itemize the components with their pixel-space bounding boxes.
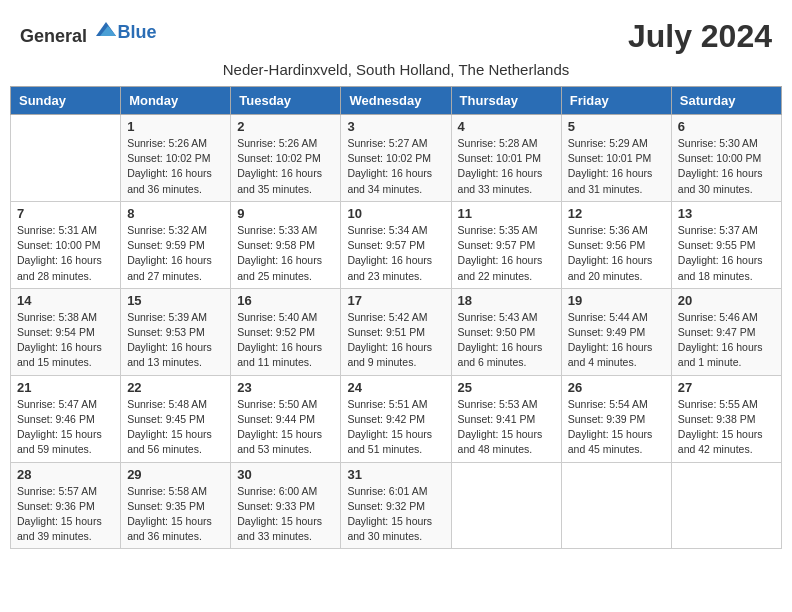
day-number: 15 xyxy=(127,293,224,308)
day-info: Sunrise: 5:37 AMSunset: 9:55 PMDaylight:… xyxy=(678,223,775,284)
day-number: 9 xyxy=(237,206,334,221)
logo-blue: Blue xyxy=(118,22,157,42)
day-number: 1 xyxy=(127,119,224,134)
day-info: Sunrise: 5:44 AMSunset: 9:49 PMDaylight:… xyxy=(568,310,665,371)
calendar-day-cell: 22Sunrise: 5:48 AMSunset: 9:45 PMDayligh… xyxy=(121,375,231,462)
day-number: 11 xyxy=(458,206,555,221)
day-info: Sunrise: 5:35 AMSunset: 9:57 PMDaylight:… xyxy=(458,223,555,284)
day-number: 26 xyxy=(568,380,665,395)
day-number: 23 xyxy=(237,380,334,395)
calendar-table: SundayMondayTuesdayWednesdayThursdayFrid… xyxy=(10,86,782,549)
day-info: Sunrise: 5:40 AMSunset: 9:52 PMDaylight:… xyxy=(237,310,334,371)
day-number: 19 xyxy=(568,293,665,308)
calendar-day-cell: 16Sunrise: 5:40 AMSunset: 9:52 PMDayligh… xyxy=(231,288,341,375)
day-number: 27 xyxy=(678,380,775,395)
calendar-day-cell: 21Sunrise: 5:47 AMSunset: 9:46 PMDayligh… xyxy=(11,375,121,462)
calendar-day-cell: 13Sunrise: 5:37 AMSunset: 9:55 PMDayligh… xyxy=(671,201,781,288)
calendar-day-cell: 31Sunrise: 6:01 AMSunset: 9:32 PMDayligh… xyxy=(341,462,451,549)
day-info: Sunrise: 5:53 AMSunset: 9:41 PMDaylight:… xyxy=(458,397,555,458)
day-number: 2 xyxy=(237,119,334,134)
calendar-day-cell xyxy=(11,115,121,202)
day-of-week-header: Sunday xyxy=(11,87,121,115)
logo-general: General xyxy=(20,26,87,46)
day-info: Sunrise: 5:46 AMSunset: 9:47 PMDaylight:… xyxy=(678,310,775,371)
page-header: General Blue July 2024 xyxy=(10,10,782,59)
day-info: Sunrise: 5:26 AMSunset: 10:02 PMDaylight… xyxy=(127,136,224,197)
calendar-day-cell xyxy=(561,462,671,549)
calendar-day-cell: 12Sunrise: 5:36 AMSunset: 9:56 PMDayligh… xyxy=(561,201,671,288)
calendar-day-cell: 17Sunrise: 5:42 AMSunset: 9:51 PMDayligh… xyxy=(341,288,451,375)
day-number: 6 xyxy=(678,119,775,134)
calendar-day-cell: 10Sunrise: 5:34 AMSunset: 9:57 PMDayligh… xyxy=(341,201,451,288)
logo-icon xyxy=(94,18,118,42)
calendar-day-cell: 20Sunrise: 5:46 AMSunset: 9:47 PMDayligh… xyxy=(671,288,781,375)
calendar-week-row: 14Sunrise: 5:38 AMSunset: 9:54 PMDayligh… xyxy=(11,288,782,375)
calendar-day-cell: 2Sunrise: 5:26 AMSunset: 10:02 PMDayligh… xyxy=(231,115,341,202)
calendar-day-cell: 11Sunrise: 5:35 AMSunset: 9:57 PMDayligh… xyxy=(451,201,561,288)
day-number: 30 xyxy=(237,467,334,482)
day-number: 5 xyxy=(568,119,665,134)
day-number: 18 xyxy=(458,293,555,308)
calendar-day-cell: 4Sunrise: 5:28 AMSunset: 10:01 PMDayligh… xyxy=(451,115,561,202)
calendar-day-cell: 26Sunrise: 5:54 AMSunset: 9:39 PMDayligh… xyxy=(561,375,671,462)
calendar-day-cell: 6Sunrise: 5:30 AMSunset: 10:00 PMDayligh… xyxy=(671,115,781,202)
calendar-week-row: 7Sunrise: 5:31 AMSunset: 10:00 PMDayligh… xyxy=(11,201,782,288)
day-number: 4 xyxy=(458,119,555,134)
calendar-day-cell xyxy=(451,462,561,549)
day-info: Sunrise: 5:26 AMSunset: 10:02 PMDaylight… xyxy=(237,136,334,197)
calendar-day-cell: 1Sunrise: 5:26 AMSunset: 10:02 PMDayligh… xyxy=(121,115,231,202)
day-info: Sunrise: 5:54 AMSunset: 9:39 PMDaylight:… xyxy=(568,397,665,458)
day-of-week-header: Tuesday xyxy=(231,87,341,115)
day-info: Sunrise: 5:38 AMSunset: 9:54 PMDaylight:… xyxy=(17,310,114,371)
calendar-day-cell: 19Sunrise: 5:44 AMSunset: 9:49 PMDayligh… xyxy=(561,288,671,375)
calendar-header-row: SundayMondayTuesdayWednesdayThursdayFrid… xyxy=(11,87,782,115)
day-number: 13 xyxy=(678,206,775,221)
day-of-week-header: Thursday xyxy=(451,87,561,115)
day-number: 17 xyxy=(347,293,444,308)
day-number: 29 xyxy=(127,467,224,482)
day-info: Sunrise: 5:51 AMSunset: 9:42 PMDaylight:… xyxy=(347,397,444,458)
day-number: 12 xyxy=(568,206,665,221)
calendar-day-cell: 30Sunrise: 6:00 AMSunset: 9:33 PMDayligh… xyxy=(231,462,341,549)
calendar-day-cell: 5Sunrise: 5:29 AMSunset: 10:01 PMDayligh… xyxy=(561,115,671,202)
day-info: Sunrise: 5:29 AMSunset: 10:01 PMDaylight… xyxy=(568,136,665,197)
day-info: Sunrise: 5:39 AMSunset: 9:53 PMDaylight:… xyxy=(127,310,224,371)
day-info: Sunrise: 5:27 AMSunset: 10:02 PMDaylight… xyxy=(347,136,444,197)
day-info: Sunrise: 5:47 AMSunset: 9:46 PMDaylight:… xyxy=(17,397,114,458)
calendar-week-row: 21Sunrise: 5:47 AMSunset: 9:46 PMDayligh… xyxy=(11,375,782,462)
day-number: 20 xyxy=(678,293,775,308)
day-info: Sunrise: 5:42 AMSunset: 9:51 PMDaylight:… xyxy=(347,310,444,371)
calendar-day-cell: 25Sunrise: 5:53 AMSunset: 9:41 PMDayligh… xyxy=(451,375,561,462)
day-number: 3 xyxy=(347,119,444,134)
day-info: Sunrise: 5:50 AMSunset: 9:44 PMDaylight:… xyxy=(237,397,334,458)
day-info: Sunrise: 5:32 AMSunset: 9:59 PMDaylight:… xyxy=(127,223,224,284)
day-of-week-header: Monday xyxy=(121,87,231,115)
day-number: 10 xyxy=(347,206,444,221)
day-number: 14 xyxy=(17,293,114,308)
day-number: 28 xyxy=(17,467,114,482)
day-number: 8 xyxy=(127,206,224,221)
day-info: Sunrise: 5:31 AMSunset: 10:00 PMDaylight… xyxy=(17,223,114,284)
calendar-day-cell: 7Sunrise: 5:31 AMSunset: 10:00 PMDayligh… xyxy=(11,201,121,288)
day-info: Sunrise: 5:34 AMSunset: 9:57 PMDaylight:… xyxy=(347,223,444,284)
calendar-week-row: 1Sunrise: 5:26 AMSunset: 10:02 PMDayligh… xyxy=(11,115,782,202)
calendar-day-cell: 14Sunrise: 5:38 AMSunset: 9:54 PMDayligh… xyxy=(11,288,121,375)
calendar-day-cell: 29Sunrise: 5:58 AMSunset: 9:35 PMDayligh… xyxy=(121,462,231,549)
month-title: July 2024 xyxy=(628,18,772,55)
day-info: Sunrise: 5:57 AMSunset: 9:36 PMDaylight:… xyxy=(17,484,114,545)
calendar-day-cell xyxy=(671,462,781,549)
day-info: Sunrise: 6:01 AMSunset: 9:32 PMDaylight:… xyxy=(347,484,444,545)
day-number: 22 xyxy=(127,380,224,395)
day-number: 21 xyxy=(17,380,114,395)
calendar-day-cell: 28Sunrise: 5:57 AMSunset: 9:36 PMDayligh… xyxy=(11,462,121,549)
day-info: Sunrise: 5:43 AMSunset: 9:50 PMDaylight:… xyxy=(458,310,555,371)
day-number: 25 xyxy=(458,380,555,395)
day-number: 7 xyxy=(17,206,114,221)
calendar-day-cell: 8Sunrise: 5:32 AMSunset: 9:59 PMDaylight… xyxy=(121,201,231,288)
day-number: 24 xyxy=(347,380,444,395)
day-of-week-header: Saturday xyxy=(671,87,781,115)
calendar-week-row: 28Sunrise: 5:57 AMSunset: 9:36 PMDayligh… xyxy=(11,462,782,549)
calendar-day-cell: 9Sunrise: 5:33 AMSunset: 9:58 PMDaylight… xyxy=(231,201,341,288)
day-info: Sunrise: 5:28 AMSunset: 10:01 PMDaylight… xyxy=(458,136,555,197)
day-number: 31 xyxy=(347,467,444,482)
